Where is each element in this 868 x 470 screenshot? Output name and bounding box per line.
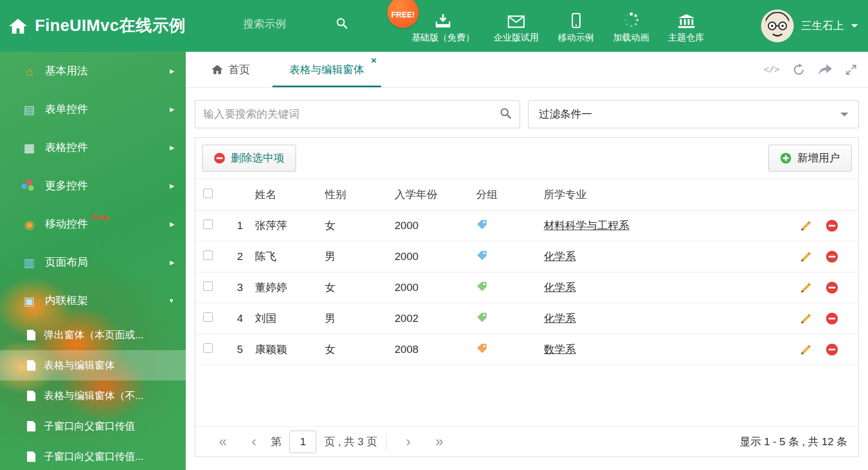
tab-bar: 首页 表格与编辑窗体 × </>	[186, 52, 868, 88]
file-icon	[27, 330, 35, 341]
chevron-down-icon[interactable]	[851, 24, 858, 31]
sidebar-item-more-controls[interactable]: 更多控件 ▶	[0, 167, 186, 205]
header-search-input[interactable]	[243, 18, 328, 30]
home-icon	[212, 65, 223, 74]
column-name: 姓名	[255, 187, 325, 202]
sidebar-subitem-child-to-parent[interactable]: 子窗口向父窗口传值	[0, 411, 186, 441]
sidebar-item-iframe[interactable]: ▣ 内联框架 ▼	[0, 281, 186, 320]
major-link[interactable]: 材料科学与工程系	[544, 220, 629, 231]
filter-dropdown[interactable]: 过滤条件一	[528, 100, 859, 128]
app-title: FineUIMvc在线示例	[35, 15, 186, 37]
delete-icon[interactable]	[826, 250, 838, 263]
sidebar-subitem-popup-window[interactable]: 弹出窗体（本页面或...	[0, 320, 186, 350]
keyword-search-input[interactable]	[203, 108, 499, 120]
sidebar-item-label: 移动控件	[45, 217, 88, 231]
chevron-right-icon: ▶	[170, 68, 175, 75]
chevron-right-icon: ▶	[170, 221, 175, 228]
record-count-summary: 显示 1 - 5 条 , 共 12 条	[740, 435, 847, 449]
close-icon[interactable]: ×	[371, 56, 377, 65]
nav-theme-store[interactable]: 主题仓库	[659, 11, 714, 44]
add-user-button[interactable]: 新增用户	[768, 145, 852, 172]
delete-selected-button[interactable]: 删除选中项	[202, 145, 296, 172]
app-header: FineUIMvc在线示例 FREE! 基础版（免费） 企业版试用 移动示例	[0, 0, 868, 52]
delete-icon[interactable]	[826, 343, 838, 356]
table-row: 1 张萍萍 女 2000 材料科学与工程系	[195, 211, 858, 241]
row-checkbox[interactable]	[203, 312, 213, 322]
table-body: 1 张萍萍 女 2000 材料科学与工程系	[195, 211, 858, 365]
select-all-checkbox[interactable]	[203, 189, 213, 198]
tab-home[interactable]: 首页	[203, 52, 259, 87]
table-row: 4 刘国 男 2002 化学系	[195, 303, 858, 334]
tab-grid-edit-window[interactable]: 表格与编辑窗体 ×	[272, 52, 381, 87]
file-icon	[27, 421, 35, 432]
last-page-button[interactable]: »	[423, 435, 456, 449]
major-link[interactable]: 化学系	[544, 281, 576, 293]
fullscreen-icon[interactable]	[845, 64, 857, 75]
sidebar-item-grid-controls[interactable]: ▦ 表格控件 ▶	[0, 128, 186, 167]
sidebar-item-mobile-controls[interactable]: ◉ 移动控件 Corp. ▶	[0, 205, 186, 243]
button-label: 删除选中项	[231, 151, 284, 165]
sidebar-item-basic-usage[interactable]: ⌂ 基本用法 ▶	[0, 52, 186, 90]
next-page-button[interactable]: ›	[393, 435, 423, 449]
sidebar-item-label: 内联框架	[45, 293, 88, 308]
edit-icon[interactable]	[800, 250, 812, 263]
app-home-icon[interactable]	[9, 19, 27, 34]
edit-icon[interactable]	[800, 281, 812, 294]
nav-enterprise-trial[interactable]: 企业版试用	[484, 11, 548, 44]
brand: FineUIMvc在线示例	[9, 0, 186, 52]
sidebar-item-page-layout[interactable]: ▥ 页面布局 ▶	[0, 243, 186, 281]
tag-icon	[476, 250, 487, 261]
search-icon[interactable]	[335, 17, 348, 32]
current-page-input[interactable]: 1	[289, 431, 316, 453]
cell-year: 2008	[395, 343, 476, 356]
divider	[386, 433, 387, 450]
edit-icon[interactable]	[800, 220, 812, 232]
cell-year: 2000	[395, 250, 476, 263]
home-icon: ⌂	[21, 65, 37, 77]
sidebar-subitem-grid-edit-window[interactable]: 表格与编辑窗体	[0, 350, 186, 381]
row-checkbox[interactable]	[203, 250, 213, 260]
row-checkbox[interactable]	[203, 220, 213, 229]
nav-label: 主题仓库	[668, 32, 704, 44]
main-area: 首页 表格与编辑窗体 × </>	[186, 52, 868, 470]
open-in-new-icon[interactable]	[818, 64, 832, 75]
refresh-icon[interactable]	[793, 64, 805, 76]
row-checkbox[interactable]	[203, 281, 213, 291]
delete-icon[interactable]	[826, 220, 838, 232]
avatar[interactable]	[761, 10, 794, 42]
delete-icon[interactable]	[826, 312, 838, 325]
sidebar-subitem-label: 子窗口向父窗口传值...	[44, 450, 144, 463]
column-major: 所学专业	[544, 187, 791, 202]
source-code-icon[interactable]: </>	[763, 65, 779, 75]
user-name[interactable]: 三生石上	[801, 19, 844, 33]
sidebar-item-form-controls[interactable]: ▤ 表单控件 ▶	[0, 90, 186, 128]
row-index: 3	[225, 281, 255, 294]
first-page-button[interactable]: «	[207, 435, 239, 449]
filter-row: 过滤条件一	[195, 100, 859, 128]
major-link[interactable]: 化学系	[544, 250, 576, 262]
edit-icon[interactable]	[800, 312, 812, 325]
file-icon	[27, 391, 35, 401]
header-search	[243, 17, 348, 32]
sidebar-subitem-grid-edit-window-2[interactable]: 表格与编辑窗体（不...	[0, 381, 186, 411]
column-group: 分组	[476, 187, 544, 202]
edit-icon[interactable]	[800, 343, 812, 356]
row-checkbox[interactable]	[203, 343, 213, 353]
cell-gender: 女	[325, 342, 395, 357]
major-link[interactable]: 化学系	[544, 312, 576, 324]
tab-toolbar: </>	[763, 52, 857, 88]
sidebar-subitem-child-to-parent-2[interactable]: 子窗口向父窗口传值...	[0, 441, 186, 470]
row-index: 5	[225, 343, 255, 356]
search-icon[interactable]	[499, 107, 512, 122]
chevron-down-icon: ▼	[168, 297, 175, 304]
delete-icon[interactable]	[826, 281, 838, 294]
nav-loading-animations[interactable]: 加载动画	[603, 11, 659, 44]
tag-icon	[476, 219, 487, 230]
major-link[interactable]: 数学系	[544, 343, 576, 355]
cell-gender: 女	[325, 218, 395, 233]
table-row: 5 康颖颖 女 2008 数学系	[195, 334, 858, 365]
nav-mobile-demo[interactable]: 移动示例	[548, 11, 603, 44]
tag-icon	[476, 343, 487, 354]
prev-page-button[interactable]: ‹	[239, 435, 269, 449]
nav-label: 移动示例	[558, 32, 594, 44]
